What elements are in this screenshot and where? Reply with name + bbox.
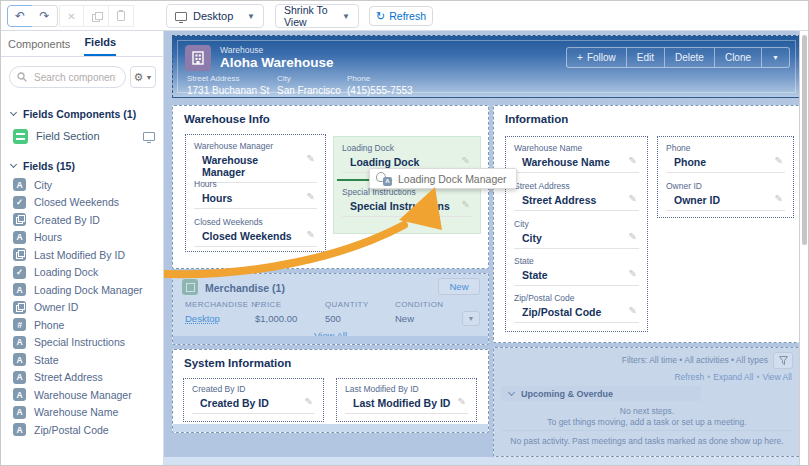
- information-right-column[interactable]: Phone Phone✎ Owner ID Owner ID✎: [657, 136, 794, 218]
- field-item-label: Last Modified By ID: [34, 249, 125, 261]
- edit-pencil-icon[interactable]: ✎: [629, 193, 637, 204]
- column-header[interactable]: QUANTITY: [325, 300, 369, 309]
- field-item-created-by-id[interactable]: Created By ID: [1, 211, 163, 229]
- highlights-panel[interactable]: Warehouse Aloha Warehouse +Follow Edit D…: [172, 35, 801, 98]
- canvas-field-city[interactable]: City City✎: [514, 219, 639, 249]
- edit-pencil-icon[interactable]: ✎: [775, 155, 783, 166]
- upcoming-overdue-header[interactable]: Upcoming & Overdue: [501, 386, 701, 401]
- entity-label: Warehouse: [220, 45, 263, 55]
- information-section[interactable]: Information Warehouse Name Warehouse Nam…: [493, 105, 801, 343]
- view-mode-dropdown[interactable]: Shrink To View ▼: [275, 4, 359, 28]
- field-item-last-modified-by-id[interactable]: Last Modified By ID: [1, 246, 163, 264]
- canvas-field-owner-id[interactable]: Owner ID Owner ID✎: [666, 181, 785, 211]
- edit-pencil-icon[interactable]: ✎: [458, 396, 466, 407]
- canvas-field-last-modified-by-id[interactable]: Last Modified By ID Last Modified By ID✎: [345, 384, 468, 414]
- search-input[interactable]: [32, 71, 118, 84]
- warehouse-info-left-column[interactable]: Warehouse Manager Warehouse Manager✎ Hou…: [185, 134, 326, 252]
- field-item-label: Phone: [34, 319, 64, 331]
- edit-pencil-icon[interactable]: ✎: [307, 191, 315, 202]
- field-item-label: Owner ID: [34, 301, 78, 313]
- vertical-scrollbar[interactable]: [799, 31, 808, 466]
- cell-condition: New: [395, 313, 414, 324]
- redo-button[interactable]: ↷: [32, 5, 58, 27]
- tab-components[interactable]: Components: [8, 38, 70, 56]
- section-title: Information: [505, 113, 568, 125]
- canvas-field-street-address[interactable]: Street Address Street Address✎: [514, 181, 639, 211]
- new-button[interactable]: New: [438, 278, 480, 295]
- palette-tabs: Components Fields: [1, 31, 163, 57]
- drag-ghost[interactable]: A Loading Dock Manager: [369, 168, 517, 189]
- column-header[interactable]: MERCHANDISE N...: [185, 300, 265, 309]
- device-selector-dropdown[interactable]: Desktop ▼: [166, 4, 264, 28]
- edit-pencil-icon[interactable]: ✎: [629, 231, 637, 242]
- scrollbar-thumb[interactable]: [802, 35, 807, 245]
- field-item-label: Loading Dock: [34, 266, 98, 278]
- field-item-owner-id[interactable]: Owner ID: [1, 299, 163, 317]
- edit-pencil-icon[interactable]: ✎: [629, 155, 637, 166]
- palette-settings-button[interactable]: ⚙▼: [130, 66, 156, 88]
- merchandise-record-link[interactable]: Desktop: [185, 313, 220, 324]
- divider: [502, 430, 792, 431]
- copy-button[interactable]: [84, 5, 109, 27]
- canvas-field-warehouse-name[interactable]: Warehouse Name Warehouse Name✎: [514, 143, 639, 173]
- canvas-field-phone[interactable]: Phone Phone✎: [666, 143, 785, 173]
- more-actions-button[interactable]: ▼: [762, 47, 790, 68]
- field-item-loading-dock[interactable]: Loading Dock: [1, 264, 163, 282]
- lookup-field-icon: [13, 213, 26, 226]
- edit-pencil-icon[interactable]: ✎: [307, 153, 315, 164]
- field-item-warehouse-name[interactable]: Warehouse Name: [1, 404, 163, 422]
- palette-item-field-section[interactable]: Field Section: [1, 124, 163, 146]
- edit-pencil-icon[interactable]: ✎: [629, 305, 637, 316]
- canvas-field-closed-weekends[interactable]: Closed Weekends Closed Weekends✎: [194, 217, 317, 247]
- canvas-field-hours[interactable]: Hours Hours✎: [194, 179, 317, 209]
- field-item-loading-dock-manager[interactable]: Loading Dock Manager: [1, 281, 163, 299]
- refresh-button[interactable]: ↻ Refresh: [369, 6, 433, 26]
- edit-pencil-icon[interactable]: ✎: [305, 396, 313, 407]
- cut-button[interactable]: ✕: [59, 5, 84, 27]
- field-item-closed-weekends[interactable]: Closed Weekends: [1, 194, 163, 212]
- edit-pencil-icon[interactable]: ✎: [307, 229, 315, 240]
- merchandise-object-icon: [182, 279, 198, 295]
- column-header[interactable]: CONDITION: [395, 300, 444, 309]
- field-item-zip-postal-code[interactable]: Zip/Postal Code: [1, 421, 163, 439]
- field-item-state[interactable]: State: [1, 351, 163, 369]
- system-info-left-column[interactable]: Created By ID Created By ID✎: [183, 378, 324, 422]
- field-item-city[interactable]: City: [1, 176, 163, 194]
- follow-button[interactable]: +Follow: [566, 47, 627, 68]
- activity-timeline-component[interactable]: Filters: All time • All activities • All…: [493, 347, 801, 457]
- information-left-column[interactable]: Warehouse Name Warehouse Name✎ Street Ad…: [505, 136, 648, 332]
- system-information-section[interactable]: System Information Created By ID Created…: [172, 349, 489, 433]
- column-header[interactable]: PRICE: [255, 300, 281, 309]
- field-item-phone[interactable]: Phone: [1, 316, 163, 334]
- view-all-link[interactable]: View All: [762, 372, 792, 382]
- clone-button[interactable]: Clone: [715, 47, 762, 68]
- merchandise-related-list[interactable]: Merchandise (1) New MERCHANDISE N... PRI…: [172, 273, 489, 345]
- tab-fields[interactable]: Fields: [84, 36, 116, 56]
- field-item-special-instructions[interactable]: Special Instructions: [1, 334, 163, 352]
- edit-button[interactable]: Edit: [627, 47, 665, 68]
- edit-pencil-icon[interactable]: ✎: [629, 268, 637, 279]
- field-item-label: Warehouse Name: [34, 406, 118, 418]
- paste-button[interactable]: [109, 5, 134, 27]
- edit-pencil-icon[interactable]: ✎: [462, 199, 470, 210]
- edit-pencil-icon[interactable]: ✎: [462, 155, 470, 166]
- filter-button[interactable]: [773, 352, 793, 369]
- section-fields[interactable]: Fields (15): [1, 146, 163, 176]
- section-fields-components[interactable]: Fields Components (1): [1, 94, 163, 124]
- row-actions-button[interactable]: ▼: [462, 311, 480, 326]
- canvas-field-special-instructions[interactable]: Special Instructions Special Instruction…: [342, 187, 472, 217]
- canvas-field-warehouse-manager[interactable]: Warehouse Manager Warehouse Manager✎: [194, 141, 317, 183]
- field-item-hours[interactable]: Hours: [1, 229, 163, 247]
- field-item-street-address[interactable]: Street Address: [1, 369, 163, 387]
- field-item-warehouse-manager[interactable]: Warehouse Manager: [1, 386, 163, 404]
- delete-button[interactable]: Delete: [665, 47, 715, 68]
- undo-button[interactable]: ↶: [7, 5, 33, 27]
- field-item-label: City: [34, 179, 52, 191]
- canvas-field-zip-postal-code[interactable]: Zip/Postal Code Zip/Postal Code✎: [514, 293, 639, 323]
- edit-pencil-icon[interactable]: ✎: [775, 193, 783, 204]
- system-info-right-column[interactable]: Last Modified By ID Last Modified By ID✎: [336, 378, 477, 422]
- refresh-link[interactable]: Refresh: [674, 372, 704, 382]
- canvas-field-created-by-id[interactable]: Created By ID Created By ID✎: [192, 384, 315, 414]
- expand-all-link[interactable]: Expand All: [713, 372, 753, 382]
- canvas-field-state[interactable]: State State✎: [514, 256, 639, 286]
